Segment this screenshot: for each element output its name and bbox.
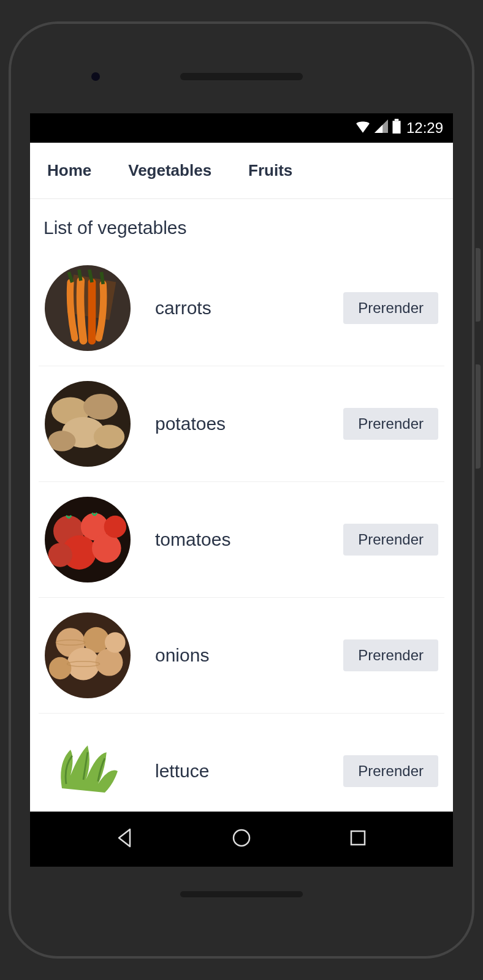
- svg-rect-0: [395, 119, 399, 121]
- home-button[interactable]: [230, 827, 253, 851]
- nav-item-fruits[interactable]: Fruits: [248, 161, 292, 180]
- list-item[interactable]: carrots Prerender: [39, 251, 444, 366]
- app-content: Home Vegetables Fruits List of vegetable…: [30, 143, 453, 812]
- list-title: List of vegetables: [39, 217, 444, 238]
- item-name: onions: [155, 645, 319, 666]
- list-item[interactable]: lettuce Prerender: [39, 714, 444, 812]
- potatoes-image: [45, 381, 131, 467]
- svg-point-21: [96, 649, 123, 676]
- prerender-button[interactable]: Prerender: [343, 639, 438, 671]
- bottom-speaker: [180, 891, 303, 897]
- svg-point-14: [92, 533, 121, 563]
- svg-point-16: [104, 516, 126, 538]
- prerender-button[interactable]: Prerender: [343, 292, 438, 324]
- item-name: potatoes: [155, 413, 319, 434]
- nav-item-vegetables[interactable]: Vegetables: [128, 161, 211, 180]
- carrots-image: [45, 265, 131, 351]
- svg-point-9: [48, 431, 76, 451]
- item-name: lettuce: [155, 761, 319, 782]
- back-button[interactable]: [114, 827, 136, 851]
- svg-point-23: [105, 632, 126, 653]
- svg-point-6: [83, 394, 118, 420]
- android-nav-bar: [30, 812, 453, 867]
- recent-apps-button[interactable]: [347, 827, 369, 851]
- prerender-button[interactable]: Prerender: [343, 524, 438, 556]
- svg-point-15: [48, 543, 72, 567]
- list-container: List of vegetables carrots: [30, 199, 453, 812]
- status-bar: 12:29: [30, 113, 453, 143]
- item-name: carrots: [155, 298, 319, 318]
- cell-signal-icon: [375, 119, 388, 137]
- phone-frame: 12:29 Home Vegetables Fruits List of veg…: [9, 21, 474, 959]
- svg-point-27: [234, 830, 249, 846]
- svg-rect-28: [351, 831, 365, 845]
- list-item[interactable]: tomatoes Prerender: [39, 482, 444, 598]
- tomatoes-image: [45, 497, 131, 582]
- onions-image: [45, 612, 131, 698]
- phone-bottom: [30, 867, 453, 903]
- side-button-2: [476, 364, 481, 469]
- camera-dot: [91, 72, 100, 81]
- list-item[interactable]: onions Prerender: [39, 598, 444, 714]
- svg-point-22: [49, 657, 71, 679]
- svg-rect-1: [392, 121, 400, 134]
- item-name: tomatoes: [155, 529, 319, 550]
- prerender-button[interactable]: Prerender: [343, 755, 438, 787]
- lettuce-image: [45, 728, 131, 812]
- prerender-button[interactable]: Prerender: [343, 408, 438, 440]
- svg-point-8: [94, 424, 124, 448]
- wifi-icon: [355, 119, 371, 137]
- status-time: 12:29: [406, 119, 443, 137]
- top-nav: Home Vegetables Fruits: [30, 143, 453, 199]
- nav-item-home[interactable]: Home: [47, 161, 91, 180]
- speaker-grille: [180, 73, 303, 80]
- list-item[interactable]: potatoes Prerender: [39, 366, 444, 482]
- status-icons: [355, 119, 401, 137]
- phone-top: [30, 40, 453, 113]
- battery-icon: [392, 119, 401, 137]
- screen: 12:29 Home Vegetables Fruits List of veg…: [30, 113, 453, 867]
- svg-point-20: [67, 647, 99, 680]
- side-button: [476, 248, 481, 322]
